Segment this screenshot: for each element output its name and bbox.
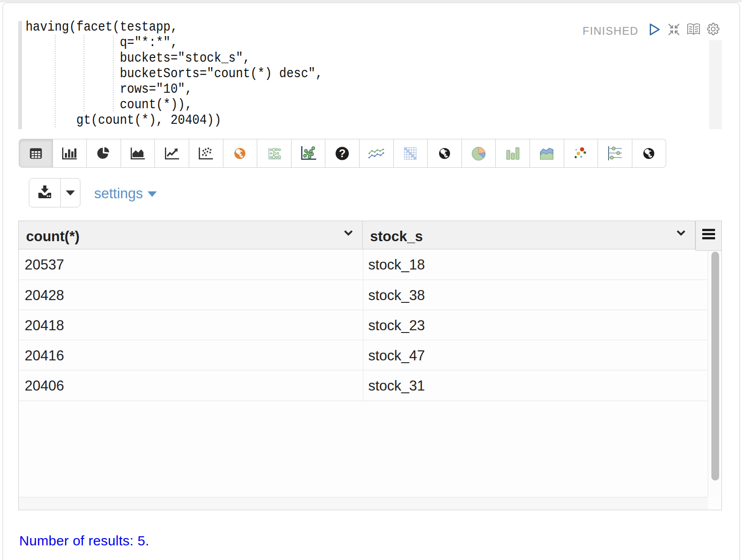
svg-text:?: ? xyxy=(339,147,346,159)
